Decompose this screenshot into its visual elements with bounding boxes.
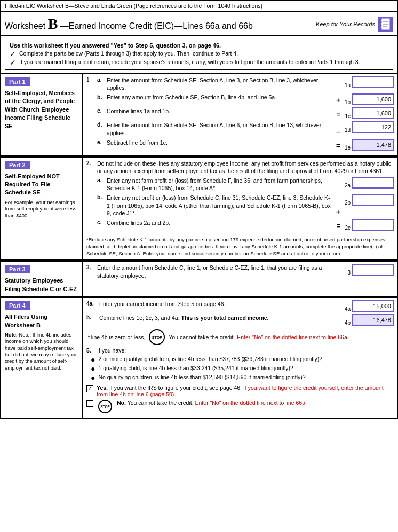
part2-footnote: *Reduce any Schedule K-1 amounts by any …: [86, 234, 394, 257]
page: Filled-in EIC Worksheet B—Steve and Lind…: [0, 0, 398, 419]
part2-content: 2. Do not include on these lines any sta…: [83, 158, 397, 260]
part1-e-text: Subtract line 1d from 1c.: [107, 139, 332, 146]
part1-d-box[interactable]: 122: [352, 121, 394, 133]
part1-sidebar: Part 1 Self-Employed, Members of the Cle…: [1, 74, 83, 155]
part4-4b-box[interactable]: 16,478: [352, 314, 394, 326]
worksheet-header: Worksheet B —Earned Income Credit (EIC)—…: [1, 12, 397, 36]
part2-b-letter: b.: [97, 194, 105, 200]
part4-4a-box[interactable]: 15,000: [352, 300, 394, 312]
part1-title: Self-Employed, Members of the Clergy, an…: [5, 89, 78, 130]
part3-content: 3. Enter the amount from Schedule C, lin…: [83, 262, 397, 296]
part1-c-field: 1c 1,600: [345, 107, 394, 119]
part1-label: Part 1: [5, 77, 30, 86]
part1-c-label: 1c: [345, 113, 351, 119]
part1-b-letter: b.: [97, 93, 105, 100]
no-text: No. You cannot take the credit. Enter "N…: [117, 400, 307, 406]
part4-content: 4a. Enter your earned income from Step 5…: [83, 298, 397, 418]
bullet-list: ● 2 or more qualifying children, is line…: [86, 356, 394, 381]
part2-a-box[interactable]: [352, 177, 394, 189]
part2-c-text: Combine lines 2a and 2b.: [107, 219, 332, 226]
part4-note: Note. Note. If line 4b includes income o…: [5, 332, 78, 371]
part3-line: 3. Enter the amount from Schedule C, lin…: [86, 264, 394, 279]
part2-a-text: Enter any net farm profit or (loss) from…: [107, 177, 332, 192]
no-checkbox[interactable]: [86, 400, 93, 407]
part1-row: Part 1 Self-Employed, Members of the Cle…: [1, 73, 397, 155]
top-bar: Filled-in EIC Worksheet B—Steve and Lind…: [1, 1, 397, 12]
part1-a-box[interactable]: [352, 76, 394, 88]
part2-sidebar: Part 2 Self-Employed NOT Required To Fil…: [1, 158, 83, 260]
check-item-1: ✓ Complete the parts below (Parts 1 thro…: [10, 50, 388, 58]
part2-intro-row: 2. Do not include on these lines any sta…: [86, 160, 394, 175]
part4-main: Part 4 All Filers Using Worksheet B Note…: [1, 298, 397, 418]
part2-intro: Do not include on these lines any statut…: [97, 160, 394, 175]
part4-4b-label: 4b: [345, 320, 351, 326]
part1-b-box[interactable]: 1,600: [352, 93, 394, 105]
part1-c-box[interactable]: 1,600: [352, 107, 394, 119]
part1-e-operator: =: [334, 142, 343, 151]
svg-rect-3: [381, 26, 382, 28]
part4-sidebar: Part 4 All Filers Using Worksheet B Note…: [1, 298, 83, 418]
part2-c-box[interactable]: [352, 219, 394, 231]
part1-d-letter: d.: [97, 121, 105, 128]
stop-sign-icon: STOP: [149, 329, 165, 345]
part4-4b-prefix: b.: [86, 314, 97, 320]
part2-a-letter: a.: [97, 177, 105, 183]
part1-e-box[interactable]: 1,478: [352, 139, 394, 151]
part1-d-text: Enter the amount from Schedule SE, Secti…: [107, 121, 332, 136]
bullet-icon-2: ●: [91, 374, 95, 381]
part1-c-operator: =: [334, 110, 343, 119]
bullet-icon-0: ●: [91, 356, 95, 363]
part3-label: Part 3: [5, 265, 30, 273]
part1-line-b: b. Enter any amount from Schedule SE, Se…: [86, 93, 394, 105]
part2-note: For example, your net earnings from self…: [5, 199, 78, 219]
part1-section: Part 1 Self-Employed, Members of the Cle…: [1, 73, 397, 157]
part2-b-text: Enter any net profit or (loss) from Sche…: [107, 194, 332, 217]
part2-section: Part 2 Self-Employed NOT Required To Fil…: [1, 157, 397, 261]
part3-section: Part 3 Statutory Employees Filing Schedu…: [1, 261, 397, 298]
instructions-box: Use this worksheet if you answered "Yes"…: [5, 40, 393, 70]
part4-section: Part 4 All Filers Using Worksheet B Note…: [1, 298, 397, 419]
part4-line-4b: b. Combine lines 1e, 2c, 3, and 4a. This…: [86, 314, 394, 326]
checkmark-icon-2: ✓: [10, 59, 16, 66]
worksheet-title: Worksheet B —Earned Income Credit (EIC)—…: [5, 15, 253, 33]
yes-row: Yes. If you want the IRS to figure your …: [86, 385, 394, 397]
part2-a-operator: [334, 183, 343, 192]
part3-sidebar: Part 3 Statutory Employees Filing Schedu…: [1, 262, 83, 296]
part2-b-box[interactable]: [352, 194, 394, 206]
part2-label: Part 2: [5, 161, 30, 169]
part1-b-text: Enter any amount from Schedule SE, Secti…: [107, 93, 332, 101]
part2-line-b: b. Enter any net profit or (loss) from S…: [86, 194, 394, 217]
part4-4a-field: 4a 15,000: [345, 300, 394, 312]
part2-c-operator: =: [334, 222, 343, 231]
notebook-icon: [378, 17, 393, 32]
part2-number: 2.: [86, 160, 95, 166]
part2-b-operator: +: [334, 208, 343, 217]
part2-c-letter: c.: [97, 219, 105, 225]
part1-e-label: 1e: [345, 145, 351, 151]
part4-title: All Filers Using Worksheet B: [5, 313, 78, 330]
checkmark-icon-1: ✓: [10, 50, 16, 58]
no-row: STOP No. You cannot take the credit. Ent…: [86, 400, 394, 413]
part1-d-operator: –: [334, 128, 343, 137]
check-item-2: ✓ If you are married filing a joint retu…: [10, 59, 388, 66]
part2-b-label: 2b: [345, 200, 351, 206]
part4-line-4a: 4a. Enter your earned income from Step 5…: [86, 300, 394, 312]
part4-4a-text: Enter your earned income from Step 5 on …: [99, 300, 343, 308]
bullet-item-2: ● No qualifying children, is line 4b les…: [91, 374, 394, 381]
part3-box[interactable]: [352, 264, 394, 276]
yes-checkbox[interactable]: [86, 385, 93, 392]
part1-line-a: 1 a. Enter the amount from Schedule SE, …: [86, 76, 394, 91]
part1-line-d: d. Enter the amount from Schedule SE, Se…: [86, 121, 394, 136]
part1-a-text: Enter the amount from Schedule SE, Secti…: [107, 76, 332, 91]
part1-e-letter: e.: [97, 139, 105, 145]
part3-row: Part 3 Statutory Employees Filing Schedu…: [1, 261, 397, 297]
part1-d-label: 1d: [345, 127, 351, 133]
part2-b-field: 2b: [345, 194, 394, 206]
part4-4a-prefix: 4a.: [86, 300, 97, 307]
part2-row: Part 2 Self-Employed NOT Required To Fil…: [1, 157, 397, 260]
stop-row: If line 4b is zero or less, STOP You can…: [86, 329, 394, 345]
part1-b-operator: +: [334, 96, 343, 105]
part3-operator: [337, 270, 345, 279]
use-line: Use this worksheet if you answered "Yes"…: [10, 42, 388, 49]
top-bar-text: Filled-in EIC Worksheet B—Steve and Lind…: [5, 3, 262, 9]
